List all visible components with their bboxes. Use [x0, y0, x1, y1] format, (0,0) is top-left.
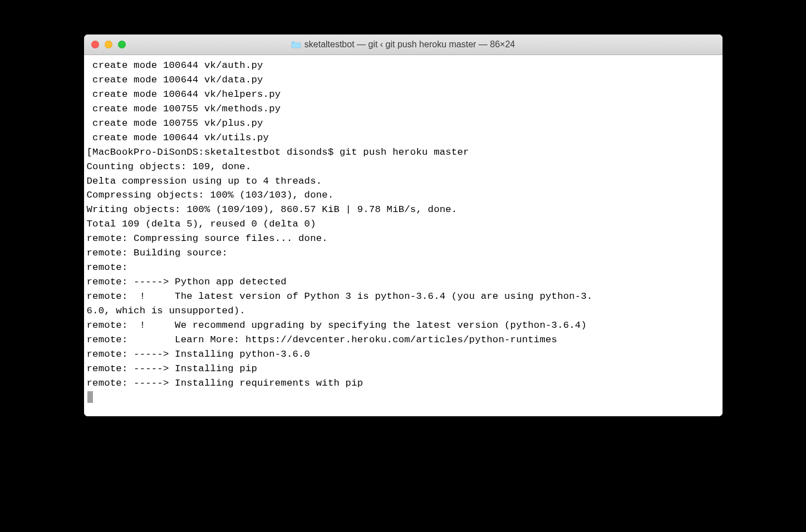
terminal-line: create mode 100755 vk/plus.py — [87, 116, 720, 131]
terminal-line: [MacBookPro-DiSonDS:sketaltestbot disond… — [87, 145, 720, 160]
terminal-line: create mode 100755 vk/methods.py — [87, 102, 720, 116]
zoom-button[interactable] — [118, 41, 126, 48]
terminal-line: remote: Learn More: https://devcenter.he… — [87, 333, 720, 347]
minimize-button[interactable] — [105, 41, 112, 48]
terminal-line: remote: Compressing source files... done… — [87, 231, 720, 246]
terminal-line: remote: -----> Installing requirements w… — [87, 376, 720, 391]
terminal-line: remote: — [87, 260, 720, 275]
terminal-line: create mode 100644 vk/helpers.py — [87, 87, 720, 102]
terminal-line: remote: -----> Installing pip — [87, 362, 720, 376]
window-controls — [84, 41, 126, 48]
terminal-line: create mode 100644 vk/utils.py — [87, 131, 720, 145]
terminal-line: 6.0, which is unsupported). — [87, 304, 720, 318]
window-title: sketaltestbot — git ‹ git push heroku ma… — [304, 40, 515, 50]
terminal-line: remote: -----> Python app detected — [87, 275, 720, 289]
terminal-line: remote: Building source: — [87, 246, 720, 260]
terminal-line: Writing objects: 100% (109/109), 860.57 … — [87, 203, 720, 217]
window-titlebar[interactable]: sketaltestbot — git ‹ git push heroku ma… — [84, 35, 723, 55]
terminal-cursor — [87, 391, 93, 403]
terminal-line: remote: ! We recommend upgrading by spec… — [87, 318, 720, 333]
terminal-line: Compressing objects: 100% (103/103), don… — [87, 188, 720, 203]
terminal-window: sketaltestbot — git ‹ git push heroku ma… — [84, 35, 723, 416]
terminal-line: Delta compression using up to 4 threads. — [87, 174, 720, 189]
close-button[interactable] — [91, 41, 99, 48]
terminal-line: remote: -----> Installing python-3.6.0 — [87, 347, 720, 362]
folder-icon — [291, 41, 301, 48]
window-title-area: sketaltestbot — git ‹ git push heroku ma… — [84, 40, 723, 50]
terminal-line: Counting objects: 109, done. — [87, 160, 720, 174]
terminal-line: Total 109 (delta 5), reused 0 (delta 0) — [87, 217, 720, 231]
terminal-content[interactable]: create mode 100644 vk/auth.py create mod… — [84, 55, 723, 416]
terminal-line: create mode 100644 vk/auth.py — [87, 58, 720, 73]
terminal-line: remote: ! The latest version of Python 3… — [87, 289, 720, 304]
terminal-line: create mode 100644 vk/data.py — [87, 73, 720, 87]
